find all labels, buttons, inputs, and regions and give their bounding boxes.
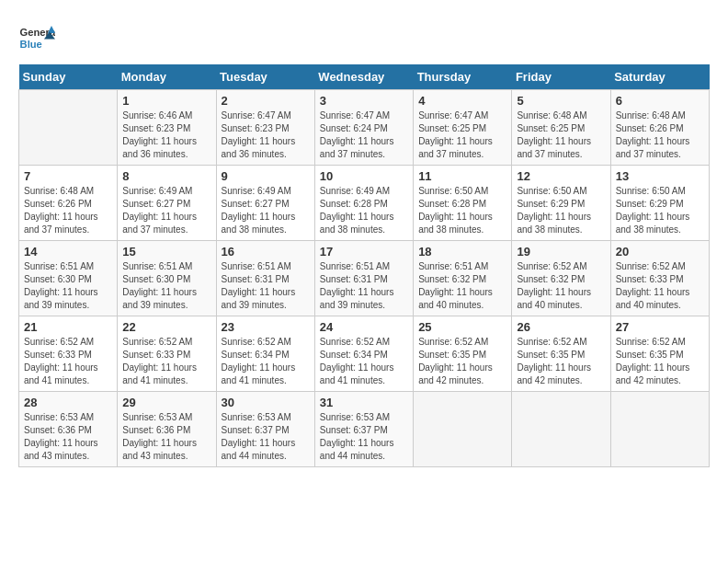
day-info: Sunrise: 6:51 AM Sunset: 6:31 PM Dayligh… [222,260,310,312]
calendar-cell: 23Sunrise: 6:52 AM Sunset: 6:34 PM Dayli… [216,316,314,392]
calendar-cell: 16Sunrise: 6:51 AM Sunset: 6:31 PM Dayli… [216,241,314,316]
day-number: 1 [122,94,210,108]
week-row-4: 21Sunrise: 6:52 AM Sunset: 6:33 PM Dayli… [19,316,710,392]
day-info: Sunrise: 6:51 AM Sunset: 6:30 PM Dayligh… [122,260,210,312]
day-number: 24 [320,320,408,334]
day-header-sunday: Sunday [19,64,118,90]
day-number: 10 [320,169,408,183]
day-info: Sunrise: 6:52 AM Sunset: 6:33 PM Dayligh… [122,336,210,387]
day-number: 15 [122,245,210,259]
calendar-cell: 22Sunrise: 6:52 AM Sunset: 6:33 PM Dayli… [118,316,216,392]
calendar-cell: 1Sunrise: 6:46 AM Sunset: 6:23 PM Daylig… [118,90,216,166]
day-number: 7 [24,169,112,183]
day-info: Sunrise: 6:52 AM Sunset: 6:34 PM Dayligh… [222,336,310,387]
day-number: 23 [222,320,310,334]
logo: General Blue [18,18,59,55]
day-number: 21 [24,320,112,334]
calendar-cell: 6Sunrise: 6:48 AM Sunset: 6:26 PM Daylig… [610,90,709,166]
day-info: Sunrise: 6:50 AM Sunset: 6:29 PM Dayligh… [616,185,704,236]
calendar-cell: 10Sunrise: 6:49 AM Sunset: 6:28 PM Dayli… [314,166,413,241]
calendar-cell: 18Sunrise: 6:51 AM Sunset: 6:32 PM Dayli… [414,241,512,316]
day-number: 22 [122,320,210,334]
svg-text:Blue: Blue [20,39,42,50]
calendar-cell: 31Sunrise: 6:53 AM Sunset: 6:37 PM Dayli… [314,392,413,467]
day-info: Sunrise: 6:53 AM Sunset: 6:36 PM Dayligh… [24,411,112,463]
calendar-cell: 26Sunrise: 6:52 AM Sunset: 6:35 PM Dayli… [512,316,610,392]
day-info: Sunrise: 6:49 AM Sunset: 6:28 PM Dayligh… [320,185,408,236]
day-header-wednesday: Wednesday [314,64,413,90]
calendar-cell: 9Sunrise: 6:49 AM Sunset: 6:27 PM Daylig… [216,166,314,241]
calendar-cell: 25Sunrise: 6:52 AM Sunset: 6:35 PM Dayli… [414,316,512,392]
day-number: 3 [320,94,408,108]
day-header-tuesday: Tuesday [216,64,314,90]
page-header: General Blue [18,18,710,55]
day-info: Sunrise: 6:48 AM Sunset: 6:26 PM Dayligh… [616,109,704,161]
day-number: 31 [320,396,408,409]
day-number: 12 [517,169,605,183]
day-info: Sunrise: 6:47 AM Sunset: 6:24 PM Dayligh… [320,109,408,161]
day-info: Sunrise: 6:51 AM Sunset: 6:31 PM Dayligh… [320,260,408,312]
calendar-cell: 14Sunrise: 6:51 AM Sunset: 6:30 PM Dayli… [19,241,118,316]
calendar-cell: 4Sunrise: 6:47 AM Sunset: 6:25 PM Daylig… [414,90,512,166]
day-number: 13 [616,169,704,183]
day-number: 17 [320,245,408,259]
calendar-table: SundayMondayTuesdayWednesdayThursdayFrid… [18,64,710,467]
day-number: 25 [418,320,506,334]
week-row-3: 14Sunrise: 6:51 AM Sunset: 6:30 PM Dayli… [19,241,710,316]
calendar-cell [610,392,709,467]
day-info: Sunrise: 6:52 AM Sunset: 6:33 PM Dayligh… [616,260,704,312]
calendar-cell: 17Sunrise: 6:51 AM Sunset: 6:31 PM Dayli… [314,241,413,316]
calendar-cell: 20Sunrise: 6:52 AM Sunset: 6:33 PM Dayli… [610,241,709,316]
calendar-cell: 3Sunrise: 6:47 AM Sunset: 6:24 PM Daylig… [314,90,413,166]
day-number: 16 [222,245,310,259]
day-info: Sunrise: 6:46 AM Sunset: 6:23 PM Dayligh… [122,109,210,161]
calendar-cell: 30Sunrise: 6:53 AM Sunset: 6:37 PM Dayli… [216,392,314,467]
week-row-1: 1Sunrise: 6:46 AM Sunset: 6:23 PM Daylig… [19,90,710,166]
day-info: Sunrise: 6:52 AM Sunset: 6:32 PM Dayligh… [517,260,605,312]
day-info: Sunrise: 6:52 AM Sunset: 6:33 PM Dayligh… [24,336,112,387]
day-info: Sunrise: 6:53 AM Sunset: 6:37 PM Dayligh… [320,411,408,463]
calendar-cell: 27Sunrise: 6:52 AM Sunset: 6:35 PM Dayli… [610,316,709,392]
day-number: 18 [418,245,506,259]
day-header-monday: Monday [118,64,216,90]
day-info: Sunrise: 6:52 AM Sunset: 6:35 PM Dayligh… [418,336,506,387]
day-info: Sunrise: 6:47 AM Sunset: 6:25 PM Dayligh… [418,109,506,161]
day-number: 29 [122,396,210,409]
day-number: 14 [24,245,112,259]
day-info: Sunrise: 6:52 AM Sunset: 6:35 PM Dayligh… [616,336,704,387]
day-info: Sunrise: 6:51 AM Sunset: 6:32 PM Dayligh… [418,260,506,312]
day-number: 11 [418,169,506,183]
calendar-cell [414,392,512,467]
day-info: Sunrise: 6:47 AM Sunset: 6:23 PM Dayligh… [222,109,310,161]
calendar-cell: 12Sunrise: 6:50 AM Sunset: 6:29 PM Dayli… [512,166,610,241]
calendar-cell: 21Sunrise: 6:52 AM Sunset: 6:33 PM Dayli… [19,316,118,392]
calendar-cell [512,392,610,467]
day-number: 8 [122,169,210,183]
day-info: Sunrise: 6:48 AM Sunset: 6:25 PM Dayligh… [517,109,605,161]
day-header-saturday: Saturday [610,64,709,90]
calendar-cell: 7Sunrise: 6:48 AM Sunset: 6:26 PM Daylig… [19,166,118,241]
day-number: 28 [24,396,112,409]
day-header-friday: Friday [512,64,610,90]
day-number: 19 [517,245,605,259]
day-number: 26 [517,320,605,334]
calendar-cell: 15Sunrise: 6:51 AM Sunset: 6:30 PM Dayli… [118,241,216,316]
day-number: 4 [418,94,506,108]
day-info: Sunrise: 6:49 AM Sunset: 6:27 PM Dayligh… [122,185,210,236]
week-row-5: 28Sunrise: 6:53 AM Sunset: 6:36 PM Dayli… [19,392,710,467]
day-info: Sunrise: 6:50 AM Sunset: 6:29 PM Dayligh… [517,185,605,236]
day-info: Sunrise: 6:53 AM Sunset: 6:37 PM Dayligh… [222,411,310,463]
calendar-cell [19,90,118,166]
calendar-cell: 24Sunrise: 6:52 AM Sunset: 6:34 PM Dayli… [314,316,413,392]
day-number: 6 [616,94,704,108]
day-number: 27 [616,320,704,334]
calendar-cell: 2Sunrise: 6:47 AM Sunset: 6:23 PM Daylig… [216,90,314,166]
calendar-cell: 5Sunrise: 6:48 AM Sunset: 6:25 PM Daylig… [512,90,610,166]
day-info: Sunrise: 6:49 AM Sunset: 6:27 PM Dayligh… [222,185,310,236]
day-info: Sunrise: 6:52 AM Sunset: 6:34 PM Dayligh… [320,336,408,387]
calendar-cell: 28Sunrise: 6:53 AM Sunset: 6:36 PM Dayli… [19,392,118,467]
day-info: Sunrise: 6:52 AM Sunset: 6:35 PM Dayligh… [517,336,605,387]
day-info: Sunrise: 6:50 AM Sunset: 6:28 PM Dayligh… [418,185,506,236]
calendar-cell: 8Sunrise: 6:49 AM Sunset: 6:27 PM Daylig… [118,166,216,241]
calendar-cell: 29Sunrise: 6:53 AM Sunset: 6:36 PM Dayli… [118,392,216,467]
